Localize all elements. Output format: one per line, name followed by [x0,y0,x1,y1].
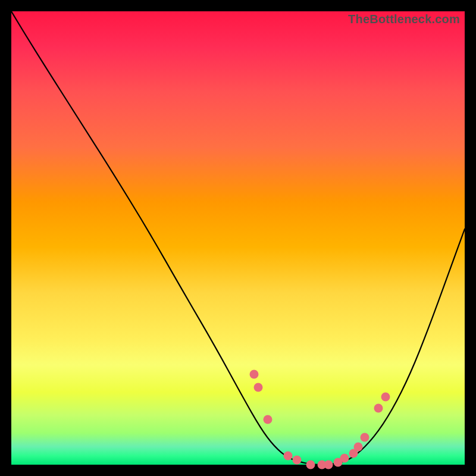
data-point [324,461,333,469]
data-point [263,415,272,424]
data-point [293,456,302,465]
curve-path [11,11,465,465]
curve-svg [11,11,465,465]
data-point [249,369,258,378]
data-point [381,392,390,401]
data-point [374,403,383,412]
chart-frame: TheBottleneck.com [0,0,476,476]
data-point [361,433,369,442]
data-point [306,461,315,469]
data-point [353,442,362,451]
data-point [254,383,263,392]
data-point [283,451,292,460]
plot-area: TheBottleneck.com [11,11,465,465]
data-point [340,453,349,462]
